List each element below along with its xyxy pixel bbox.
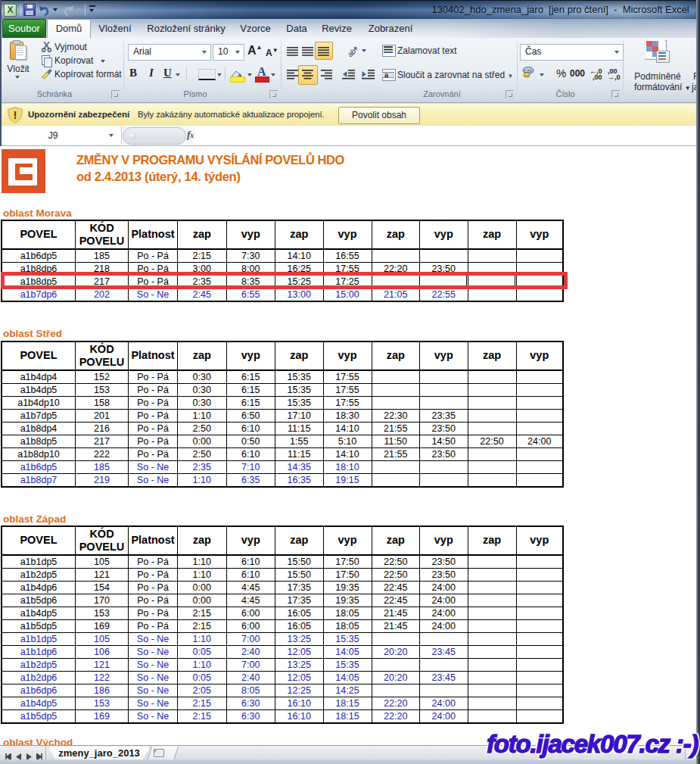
svg-text:CZK: CZK bbox=[524, 69, 533, 73]
svg-text:!: ! bbox=[14, 108, 17, 121]
